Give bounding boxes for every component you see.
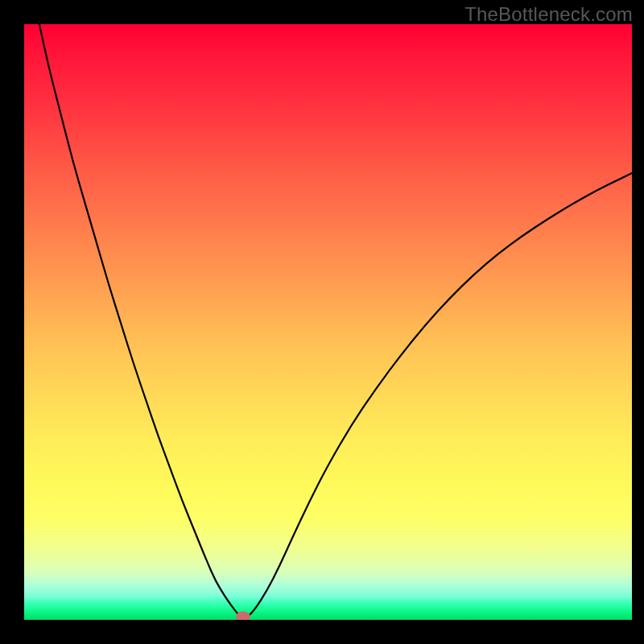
watermark-text: TheBottleneck.com [464, 3, 633, 26]
balance-marker [236, 612, 250, 620]
chart-container: TheBottleneck.com [0, 0, 644, 644]
plot-area [24, 24, 632, 620]
bottleneck-curve [24, 24, 632, 620]
